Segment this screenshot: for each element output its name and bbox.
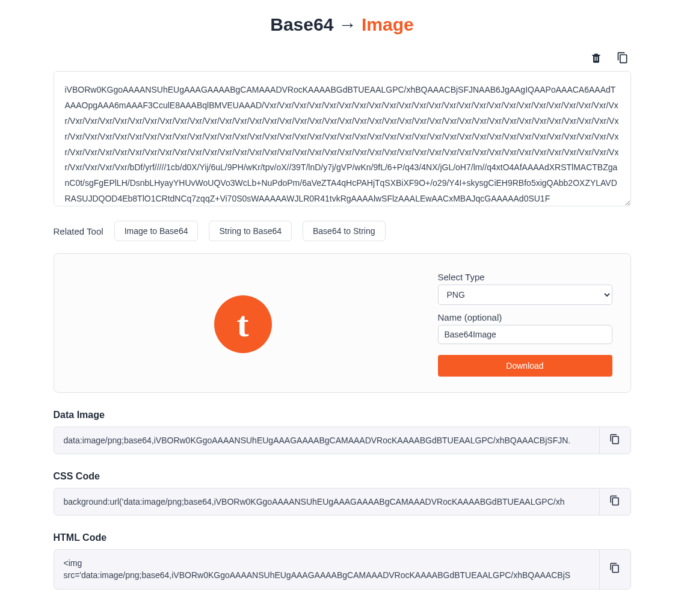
name-label: Name (optional) (438, 312, 612, 322)
css-code-text[interactable]: background:url('data:image/png;base64,iV… (54, 488, 599, 515)
css-code-row: background:url('data:image/png;base64,iV… (54, 488, 631, 516)
html-code-row: <img src='data:image/png;base64,iVBORw0K… (54, 549, 631, 590)
preview-panel: t Select Type PNG Name (optional) Downlo… (54, 253, 631, 393)
name-input[interactable] (438, 325, 612, 344)
copy-data-image-button[interactable] (599, 427, 630, 454)
base64-input[interactable] (54, 71, 631, 206)
logo-glyph: t (237, 306, 249, 342)
html-code-line-2: src='data:image/png;base64,iVBORw0KGgoAA… (64, 569, 590, 581)
data-image-row: data:image/png;base64,iVBORw0KGgoAAAANSU… (54, 427, 631, 454)
title-accent: Image (362, 14, 414, 34)
copy-icon (617, 52, 629, 64)
copy-html-code-button[interactable] (599, 550, 630, 589)
copy-icon (609, 434, 620, 447)
select-type[interactable]: PNG (438, 285, 612, 305)
title-arrow: → (339, 14, 357, 34)
copy-css-code-button[interactable] (599, 488, 630, 515)
trash-icon (590, 52, 602, 64)
toolbar (54, 46, 631, 71)
related-tool-image-to-base64[interactable]: Image to Base64 (114, 221, 199, 241)
download-button[interactable]: Download (438, 355, 612, 377)
image-preview: t (72, 272, 414, 377)
css-code-section: CSS Code background:url('data:image/png;… (54, 471, 631, 516)
clear-button[interactable] (588, 49, 605, 66)
html-code-text[interactable]: <img src='data:image/png;base64,iVBORw0K… (54, 550, 599, 589)
select-type-label: Select Type (438, 272, 612, 282)
related-label: Related Tool (54, 226, 103, 236)
data-image-section: Data Image data:image/png;base64,iVBORw0… (54, 410, 631, 454)
css-code-title: CSS Code (54, 471, 631, 482)
data-image-title: Data Image (54, 410, 631, 420)
html-code-section: HTML Code <img src='data:image/png;base6… (54, 532, 631, 590)
data-image-text[interactable]: data:image/png;base64,iVBORw0KGgoAAAANSU… (54, 427, 599, 454)
copy-icon (609, 562, 620, 576)
related-tool-string-to-base64[interactable]: String to Base64 (209, 221, 292, 241)
preview-logo: t (214, 295, 272, 353)
related-tools-row: Related Tool Image to Base64 String to B… (54, 221, 631, 241)
copy-icon (609, 495, 620, 508)
html-code-title: HTML Code (54, 532, 631, 543)
related-tool-base64-to-string[interactable]: Base64 to String (303, 221, 386, 241)
title-prefix: Base64 (270, 14, 333, 34)
html-code-line-1: <img (64, 557, 590, 569)
copy-all-button[interactable] (614, 49, 631, 66)
download-form: Select Type PNG Name (optional) Download (438, 272, 612, 377)
page-title: Base64 → Image (54, 0, 631, 46)
